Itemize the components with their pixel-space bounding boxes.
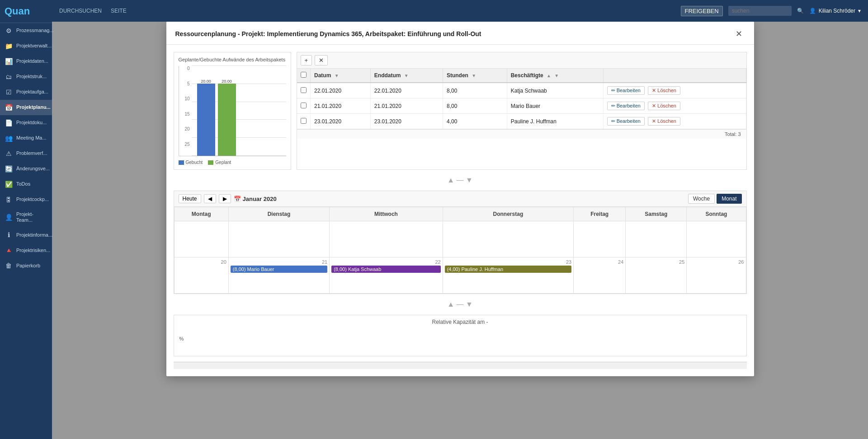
- cal-day-number: 21: [231, 259, 327, 265]
- table-toolbar: + ✕: [297, 52, 746, 69]
- calendar-event[interactable]: (8,00) Katja Schwaab: [331, 266, 440, 273]
- calendar-cell[interactable]: 26: [687, 257, 746, 294]
- chart-bar-gebucht: 20.00: [197, 78, 215, 156]
- calendar-cell[interactable]: [626, 221, 687, 257]
- projektplanu-icon: 📅: [5, 104, 13, 111]
- row-checkbox[interactable]: [301, 118, 307, 124]
- cell-enddatum: 23.01.2020: [370, 114, 443, 129]
- woche-button[interactable]: Woche: [688, 194, 715, 204]
- sidebar-item-projektrisiken[interactable]: 🔺 Projektrisiken...: [0, 243, 52, 258]
- calendar-event[interactable]: (8,00) Mario Bauer: [231, 266, 327, 273]
- calendar-cell[interactable]: [687, 221, 746, 257]
- calendar-week-row: [174, 221, 746, 257]
- sidebar-item-meetingman[interactable]: 👥 Meeting Ma...: [0, 131, 52, 146]
- calendar-cell[interactable]: 20: [174, 257, 228, 294]
- chart-area: 25 20 15 10 5 0: [179, 66, 286, 156]
- topbar-search-input[interactable]: [728, 6, 792, 16]
- sidebar-item-anderungsve[interactable]: 🔄 Änderungsve...: [0, 161, 52, 177]
- collapse-handle[interactable]: ▲ — ▼: [174, 175, 747, 185]
- cell-actions: ✏ Bearbeiten ✕ Löschen: [603, 83, 746, 98]
- cell-datum: 23.01.2020: [311, 114, 371, 129]
- chart-container: Geplante/Gebuchte Aufwände des Arbeitspa…: [174, 52, 291, 170]
- sidebar-label-projektrisiken: Projektrisiken...: [16, 248, 50, 253]
- sidebar-item-projektinforma[interactable]: ℹ Projektinforma...: [0, 227, 52, 243]
- topbar-right: FREIGEBEN 🔍 👤 Kilian Schröder ▾: [681, 6, 861, 16]
- collapse-handle-2[interactable]: ▲ — ▼: [174, 299, 747, 309]
- calendar-week-row: 2021(8,00) Mario Bauer22(8,00) Katja Sch…: [174, 257, 746, 294]
- topbar-nav-durchsuchen[interactable]: DURCHSUCHEN: [59, 8, 102, 14]
- table-row: 21.01.2020 21.01.2020 8,00 Mario Bauer ✏…: [297, 98, 746, 114]
- user-name: Kilian Schröder: [819, 8, 855, 14]
- delete-button[interactable]: ✕ Löschen: [648, 102, 680, 110]
- sidebar-item-projektdoku[interactable]: 📄 Projektdoku...: [0, 115, 52, 131]
- modal: Ressourcenplanung - Projekt: Implementie…: [166, 22, 754, 376]
- projektdaten-icon: 📊: [5, 58, 13, 65]
- sidebar-item-projektstruk[interactable]: 🗂 Projektstruk...: [0, 69, 52, 84]
- edit-button[interactable]: ✏ Bearbeiten: [607, 117, 645, 126]
- sidebar-item-prozessmanag[interactable]: ⚙ Prozessmanag...: [0, 23, 52, 38]
- sidebar-item-projektteam[interactable]: 👤 Projekt-Team...: [0, 207, 52, 227]
- row-checkbox-cell: [297, 98, 311, 114]
- calendar-cell[interactable]: 25: [626, 257, 687, 294]
- cal-day-number: 22: [331, 259, 440, 265]
- prev-month-button[interactable]: ◀: [204, 194, 216, 203]
- calendar-cell[interactable]: [330, 221, 443, 257]
- select-all-checkbox[interactable]: [301, 72, 307, 78]
- main-content: Ressourcenplanung - Projekt: Implementie…: [52, 22, 868, 439]
- freigeben-button[interactable]: FREIGEBEN: [681, 6, 723, 16]
- calendar-icon: 📅: [234, 196, 241, 202]
- cell-actions: ✏ Bearbeiten ✕ Löschen: [603, 98, 746, 114]
- sidebar-item-projektaufga[interactable]: ☑ Projektaufga...: [0, 84, 52, 100]
- add-row-button[interactable]: +: [301, 55, 312, 65]
- modal-close-button[interactable]: ✕: [733, 28, 745, 40]
- sidebar-item-todos[interactable]: ✅ ToDos: [0, 177, 52, 192]
- delete-row-button[interactable]: ✕: [315, 55, 328, 65]
- cell-datum: 21.01.2020: [311, 98, 371, 114]
- sidebar-label-problemverf: Problemverf...: [16, 150, 47, 156]
- calendar-cell[interactable]: 23(4,00) Pauline J. Huffman: [443, 257, 574, 294]
- delete-button[interactable]: ✕ Löschen: [648, 86, 680, 95]
- sidebar-item-projektverwalt[interactable]: 📁 Projektverwalt...: [0, 38, 52, 54]
- calendar-nav: Heute ◀ ▶ 📅 Januar 2020: [179, 194, 277, 203]
- sidebar-item-papierkorb[interactable]: 🗑 Papierkorb: [0, 258, 52, 273]
- sidebar-item-projektplanu[interactable]: 📅 Projektplanu...: [0, 100, 52, 115]
- next-month-button[interactable]: ▶: [219, 194, 231, 203]
- cal-day-number: 20: [176, 259, 226, 265]
- row-checkbox[interactable]: [301, 87, 307, 93]
- heute-button[interactable]: Heute: [179, 194, 201, 203]
- sidebar-item-projektcockp[interactable]: 🎛 Projektcockp...: [0, 192, 52, 207]
- cell-actions: ✏ Bearbeiten ✕ Löschen: [603, 114, 746, 129]
- calendar-event[interactable]: (4,00) Pauline J. Huffman: [445, 266, 572, 273]
- modal-title: Ressourcenplanung - Projekt: Implementie…: [175, 30, 481, 37]
- sidebar-label-projektstruk: Projektstruk...: [16, 74, 47, 79]
- calendar-cell[interactable]: 21(8,00) Mario Bauer: [228, 257, 329, 294]
- calendar-cell[interactable]: 22(8,00) Katja Schwaab: [330, 257, 443, 294]
- calendar-cell[interactable]: 24: [574, 257, 626, 294]
- th-beschaeftigte: Beschäftigte ▲ ▼: [507, 69, 603, 83]
- calendar-cell[interactable]: [174, 221, 228, 257]
- beschaeftigte-sort-icon: ▲: [547, 73, 551, 78]
- modal-header: Ressourcenplanung - Projekt: Implementie…: [166, 22, 754, 45]
- sidebar-item-problemverf[interactable]: ⚠ Problemverf...: [0, 146, 52, 161]
- topbar-nav-seite[interactable]: SEITE: [111, 8, 127, 14]
- edit-button[interactable]: ✏ Bearbeiten: [607, 86, 645, 95]
- row-checkbox[interactable]: [301, 103, 307, 108]
- calendar-cell[interactable]: [443, 221, 574, 257]
- delete-button[interactable]: ✕ Löschen: [648, 117, 680, 126]
- total-count: Total: 3: [297, 129, 746, 139]
- edit-button[interactable]: ✏ Bearbeiten: [607, 102, 645, 110]
- projektaufga-icon: ☑: [5, 89, 13, 96]
- sidebar-label-meetingman: Meeting Ma...: [16, 135, 47, 141]
- bottom-scrollbar[interactable]: [174, 362, 747, 369]
- sidebar-item-projektdaten[interactable]: 📊 Projektdaten...: [0, 54, 52, 69]
- calendar-grid: MontagDienstagMittwochDonnerstagFreitagS…: [174, 207, 746, 294]
- calendar-cell[interactable]: [228, 221, 329, 257]
- topbar: DURCHSUCHEN SEITE FREIGEBEN 🔍 👤 Kilian S…: [52, 0, 868, 22]
- cal-day-number: 24: [576, 259, 623, 265]
- beschaeftigte-filter-icon: ▼: [554, 73, 559, 78]
- chart-y-labels: 25 20 15 10 5 0: [179, 66, 192, 147]
- sidebar-label-projektverwalt: Projektverwalt...: [16, 43, 52, 49]
- calendar-cell[interactable]: [574, 221, 626, 257]
- projektcockp-icon: 🎛: [5, 196, 13, 203]
- monat-button[interactable]: Monat: [717, 194, 741, 204]
